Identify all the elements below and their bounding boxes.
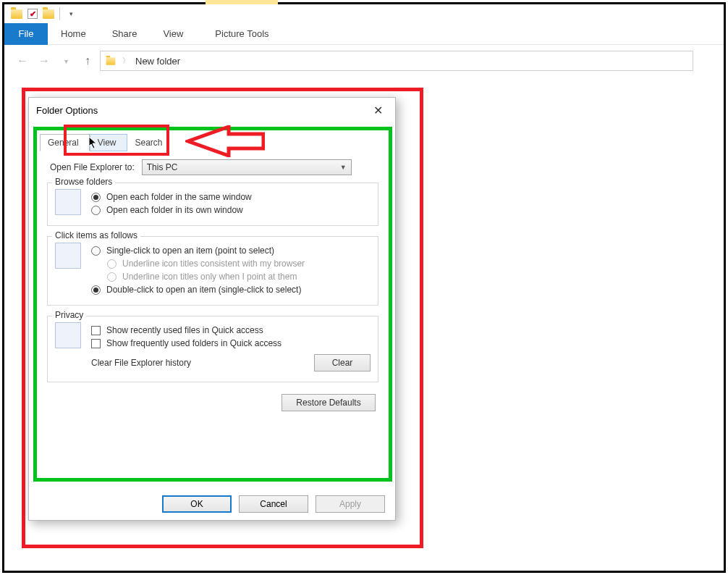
group-click-items: Click items as follows Single-click to o… bbox=[47, 236, 378, 306]
click-icon bbox=[55, 243, 81, 269]
apply-button: Apply bbox=[316, 495, 385, 513]
browse-icon bbox=[55, 189, 81, 215]
open-explorer-combo[interactable]: This PC ▼ bbox=[142, 159, 352, 175]
group-browse-folders: Browse folders Open each folder in the s… bbox=[47, 182, 378, 226]
ok-button[interactable]: OK bbox=[162, 495, 232, 513]
check-frequent-folders[interactable] bbox=[91, 339, 101, 348]
privacy-icon bbox=[55, 322, 81, 348]
radio-double-click-label: Double-click to open an item (single-cli… bbox=[106, 285, 301, 295]
annotation-arrow-icon bbox=[185, 125, 265, 160]
radio-underline-browser bbox=[107, 259, 117, 269]
radio-single-click-label: Single-click to open an item (point to s… bbox=[106, 245, 274, 256]
radio-own-window-label: Open each folder in its own window bbox=[106, 205, 243, 215]
chevron-down-icon: ▼ bbox=[340, 164, 347, 171]
nav-recent-icon[interactable]: ▾ bbox=[56, 51, 75, 70]
open-explorer-label: Open File Explorer to: bbox=[50, 162, 135, 172]
check-frequent-folders-label: Show frequently used folders in Quick ac… bbox=[106, 338, 282, 348]
open-explorer-value: This PC bbox=[147, 162, 178, 172]
radio-underline-point bbox=[107, 272, 117, 282]
folder-icon-2 bbox=[41, 6, 56, 22]
tab-home[interactable]: Home bbox=[48, 23, 99, 45]
nav-back-icon[interactable]: ← bbox=[13, 51, 32, 70]
nav-up-icon[interactable]: ↑ bbox=[78, 51, 97, 70]
radio-underline-point-label: Underline icon titles only when I point … bbox=[122, 272, 297, 282]
address-bar[interactable]: 〉 New folder bbox=[100, 51, 693, 71]
group-privacy: Privacy Show recently used files in Quic… bbox=[47, 316, 378, 382]
folder-icon bbox=[9, 6, 25, 22]
group-label: Browse folders bbox=[52, 177, 115, 187]
check-recent-files-label: Show recently used files in Quick access bbox=[106, 325, 263, 335]
context-tab-manage[interactable]: Manage bbox=[206, 0, 278, 4]
cursor-icon bbox=[88, 136, 98, 152]
annotation-rect-inner: General View Search Open File Explorer t… bbox=[33, 127, 392, 482]
dialog-title: Folder Options bbox=[36, 105, 98, 116]
tab-search[interactable]: Search bbox=[127, 134, 174, 151]
qat-customize-icon[interactable]: ▾ bbox=[63, 6, 79, 22]
restore-defaults-button[interactable]: Restore Defaults bbox=[282, 394, 376, 411]
cancel-button[interactable]: Cancel bbox=[239, 495, 308, 513]
close-icon[interactable]: ✕ bbox=[368, 104, 388, 117]
radio-own-window[interactable] bbox=[91, 206, 101, 215]
group-label: Click items as follows bbox=[52, 230, 140, 240]
clear-history-label: Clear File Explorer history bbox=[91, 358, 191, 368]
qat-props-icon[interactable]: ✔ bbox=[25, 6, 41, 22]
tab-picture-tools[interactable]: Picture Tools bbox=[202, 23, 282, 45]
chevron-right-icon: 〉 bbox=[122, 56, 130, 66]
clear-button[interactable]: Clear bbox=[314, 354, 371, 372]
radio-same-window[interactable] bbox=[91, 193, 101, 202]
tab-view[interactable]: View bbox=[150, 23, 196, 45]
check-recent-files[interactable] bbox=[91, 326, 101, 335]
radio-single-click[interactable] bbox=[91, 246, 101, 256]
radio-double-click[interactable] bbox=[91, 285, 101, 295]
radio-underline-browser-label: Underline icon titles consistent with my… bbox=[122, 259, 305, 269]
tab-share[interactable]: Share bbox=[99, 23, 151, 45]
radio-same-window-label: Open each folder in the same window bbox=[106, 192, 252, 202]
nav-forward-icon: → bbox=[35, 51, 54, 70]
group-label: Privacy bbox=[52, 310, 86, 320]
folder-options-dialog: Folder Options ✕ General View Search Ope… bbox=[28, 97, 396, 521]
breadcrumb[interactable]: New folder bbox=[135, 56, 180, 67]
tab-general[interactable]: General bbox=[40, 134, 90, 151]
folder-icon bbox=[106, 57, 116, 64]
file-tab[interactable]: File bbox=[4, 23, 48, 45]
